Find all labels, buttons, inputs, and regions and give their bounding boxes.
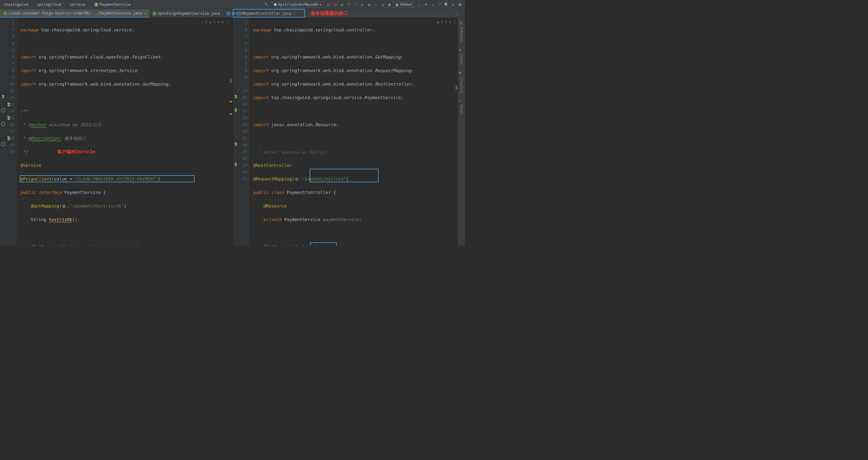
nav-up-icon[interactable]: ∧ xyxy=(445,20,447,24)
run-config-select[interactable]: ⬢ HystrixOrderMain80 ▾ xyxy=(271,2,324,8)
toolbar: 🔨 ⬢ HystrixOrderMain80 ▾ ▶ 🐞 ◉ ⟳ ▾ ▶ ◉ ↻… xyxy=(264,2,462,8)
tab-paymentcontroller[interactable]: PaymentController.java× xyxy=(234,9,299,18)
tool-database[interactable]: 🗄Database xyxy=(459,20,464,43)
maven-icon: m xyxy=(459,99,464,103)
spring-icon[interactable]: 🍃 xyxy=(6,101,11,106)
error-stripe[interactable] xyxy=(229,18,232,246)
rocket-icon[interactable]: ▲ xyxy=(380,2,385,7)
nav-down-icon[interactable]: ∨ xyxy=(222,20,224,24)
class-icon xyxy=(237,11,241,16)
navigation-bar: chasingwind〉 springcloud〉 service〉 IPaym… xyxy=(0,0,465,9)
warning-count: 1 xyxy=(441,20,443,24)
stop-icon[interactable]: ◉ xyxy=(367,2,372,7)
tabs-more-icon[interactable]: ⋮ xyxy=(454,11,460,16)
annotation-client: 客户端的Servcie xyxy=(57,148,95,155)
crumb-package[interactable]: service xyxy=(69,2,87,7)
tool-jclasslib[interactable]: ▦jclasslib xyxy=(459,69,464,94)
more-icon[interactable]: ⋮ xyxy=(226,20,229,24)
class-icon xyxy=(3,11,7,16)
code-editor[interactable]: package top.chasingwind.springcloud.serv… xyxy=(17,18,174,246)
gutter-left[interactable]: 12345 678910 11🍃 12 13🍃 14 15🍃 1617 18🍃 … xyxy=(0,18,17,246)
flag-icon[interactable]: ⚑ xyxy=(424,2,429,7)
editor-left: ⚠2 ▲1 ∧ ∨ ⋮ 12345 678910 11🍃 12 13🍃 14 1… xyxy=(0,18,232,246)
tool-maven[interactable]: mMaven xyxy=(459,98,464,115)
tab-paymentservice[interactable]: cloud-consumer-feign-hystrix-order80/...… xyxy=(0,9,149,18)
spring-icon[interactable]: 🍃 xyxy=(6,115,11,119)
inspection-widget[interactable]: ▲1 ∧ ∨ ⋮ xyxy=(436,20,457,24)
jrebel-button[interactable]: ▣ JRebel xyxy=(394,2,415,8)
chevron-right-icon: 〉 xyxy=(30,2,34,7)
chevron-right-icon: 〉 xyxy=(88,2,92,7)
gutter-right[interactable]: 12345 6789 14🍃 15 16🍃 17 181920 21🍃 2425… xyxy=(233,18,250,246)
close-icon[interactable]: × xyxy=(144,11,146,16)
spring-icon[interactable]: 🍃 xyxy=(6,135,11,140)
warning-count: 2 xyxy=(205,20,208,24)
error-icon: ▲ xyxy=(209,20,212,24)
globe-icon xyxy=(294,245,300,246)
stop-icon-disabled: ■ xyxy=(387,2,392,7)
update-icon[interactable]: ↻ xyxy=(430,2,435,7)
warning-icon: ⚠ xyxy=(201,20,204,24)
nav-down-icon[interactable]: ∨ xyxy=(449,20,451,24)
shield-icon[interactable]: ⬣ xyxy=(457,2,462,7)
crumb-module[interactable]: springcloud xyxy=(35,2,62,7)
weak-warning-count: 1 xyxy=(213,20,215,24)
globe-icon xyxy=(62,204,67,209)
jclasslib-icon: ▦ xyxy=(459,71,464,75)
author-lens[interactable]: Author: wuxinhua on 2022/1/2. xyxy=(261,148,331,156)
globe-icon xyxy=(294,177,300,181)
tab-openfeign[interactable]: OpenFeignPaymentService.java xyxy=(149,9,223,18)
crumb-class[interactable]: IPaymentService xyxy=(93,2,132,7)
codota-icon: ◆ xyxy=(459,48,464,52)
editor-right: ▲1 ∧ ∨ ⋮ 12345 6789 14🍃 15 16🍃 17 181920… xyxy=(232,18,465,246)
debug-icon[interactable]: 🐞 xyxy=(333,2,338,7)
interface-icon xyxy=(226,11,230,16)
rerun-icon[interactable]: ↻ xyxy=(373,2,378,7)
vcs-icon[interactable]: ↙ xyxy=(417,2,422,7)
chevron-right-icon: 〉 xyxy=(64,2,67,7)
warning-icon: ▲ xyxy=(437,20,439,24)
run-icon-2[interactable]: ▶ xyxy=(360,2,365,7)
build-icon[interactable]: 🔨 xyxy=(264,2,269,7)
error-stripe[interactable] xyxy=(455,18,458,246)
attach-icon[interactable]: ▾ xyxy=(353,2,358,7)
settings-icon[interactable]: ⚙ xyxy=(451,2,456,7)
breadcrumbs[interactable]: chasingwind〉 springcloud〉 service〉 IPaym… xyxy=(2,2,132,7)
close-icon[interactable]: × xyxy=(293,11,296,16)
editor-tabs: cloud-consumer-feign-hystrix-order80/...… xyxy=(0,9,465,18)
profile-icon[interactable]: ⟳ xyxy=(346,2,351,7)
crumb-root[interactable]: chasingwind xyxy=(2,2,29,7)
tabs-left: cloud-consumer-feign-hystrix-order80/...… xyxy=(0,9,232,18)
tabs-right: PaymentController.java× 服务端暴露的接口 ⋮ xyxy=(232,9,465,18)
right-tool-strip: 🗄Database ◆Codota ▦jclasslib mMaven xyxy=(458,18,465,246)
nav-up-icon[interactable]: ∧ xyxy=(218,20,220,24)
help-icon[interactable]: ? xyxy=(437,2,442,7)
class-icon xyxy=(152,11,157,16)
tool-codota[interactable]: ◆Codota xyxy=(459,47,464,66)
run-icon[interactable]: ▶ xyxy=(326,2,331,7)
search-icon[interactable]: 🔍 xyxy=(444,2,449,7)
svg-point-3 xyxy=(295,245,299,246)
database-icon: 🗄 xyxy=(459,22,464,26)
annotation-server: 服务端暴露的接口 xyxy=(311,10,348,16)
code-editor[interactable]: package top.chasingwind.springcloud.cont… xyxy=(250,18,425,246)
interface-icon: I xyxy=(94,2,98,7)
coverage-icon[interactable]: ◉ xyxy=(340,2,344,7)
inspection-widget[interactable]: ⚠2 ▲1 ∧ ∨ ⋮ xyxy=(201,20,230,24)
globe-icon xyxy=(62,245,67,246)
editor-split: ⚠2 ▲1 ∧ ∨ ⋮ 12345 678910 11🍃 12 13🍃 14 1… xyxy=(0,18,465,246)
